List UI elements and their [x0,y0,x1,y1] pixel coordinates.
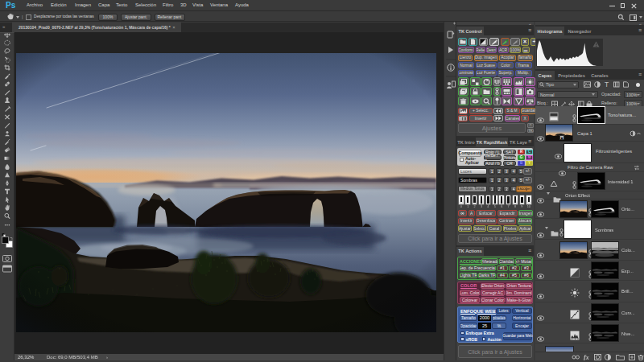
svg-text:T: T [605,81,609,88]
